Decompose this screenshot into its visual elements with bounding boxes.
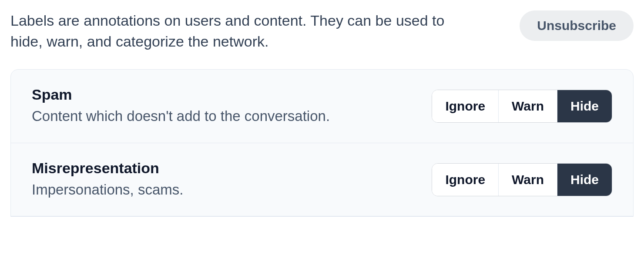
toggle-hide[interactable]: Hide [557,90,612,122]
toggle-warn[interactable]: Warn [499,164,557,196]
toggle-hide[interactable]: Hide [557,164,612,196]
label-row-spam: Spam Content which doesn't add to the co… [11,70,633,143]
toggle-ignore[interactable]: Ignore [432,90,499,122]
label-title: Spam [32,86,414,103]
labels-card: Spam Content which doesn't add to the co… [10,69,634,217]
label-text: Spam Content which doesn't add to the co… [32,86,414,126]
unsubscribe-button[interactable]: Unsubscribe [520,10,634,41]
label-title: Misrepresentation [32,160,414,177]
label-description: Content which doesn't add to the convers… [32,107,414,126]
toggle-group-spam: Ignore Warn Hide [432,90,612,123]
toggle-warn[interactable]: Warn [499,90,557,122]
labels-description: Labels are annotations on users and cont… [10,10,446,52]
toggle-ignore[interactable]: Ignore [432,164,499,196]
label-text: Misrepresentation Impersonations, scams. [32,160,414,200]
toggle-group-misrepresentation: Ignore Warn Hide [432,163,612,196]
label-row-misrepresentation: Misrepresentation Impersonations, scams.… [11,143,633,217]
labels-header: Labels are annotations on users and cont… [10,10,634,52]
label-description: Impersonations, scams. [32,180,414,200]
